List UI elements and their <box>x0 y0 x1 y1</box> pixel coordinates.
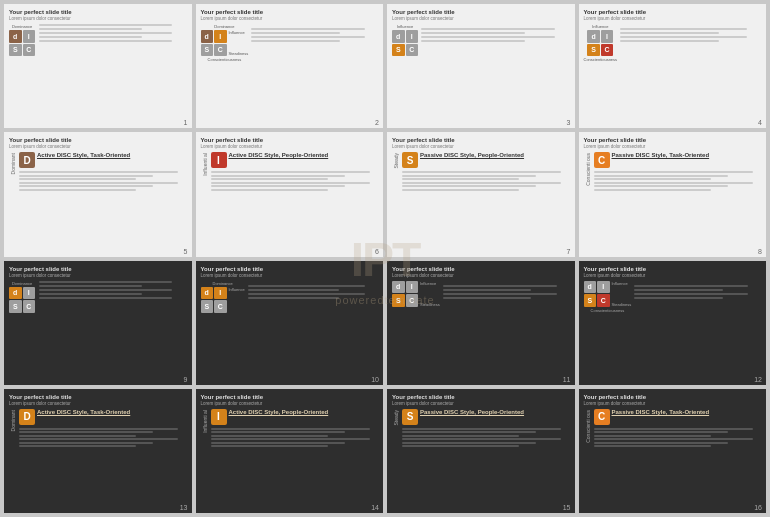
slide-subtitle-10: Lorem ipsum dolor consectetur <box>201 273 379 278</box>
slide-subtitle-4: Lorem ipsum dolor consectetur <box>584 16 762 21</box>
slide-subtitle-3: Lorem ipsum dolor consectetur <box>392 16 570 21</box>
slide-10[interactable]: 10Your perfect slide titleLorem ipsum do… <box>196 261 384 385</box>
slide-15[interactable]: 15Your perfect slide titleLorem ipsum do… <box>387 389 575 513</box>
heading-text-13: Active DISC Style, Task-Oriented <box>37 409 130 417</box>
slide-title-15: Your perfect slide title <box>392 394 570 400</box>
slide-title-13: Your perfect slide title <box>9 394 187 400</box>
disc-icon-5: D <box>19 152 35 168</box>
vertical-label-14: Influenti al <box>201 409 209 434</box>
slide-title-11: Your perfect slide title <box>392 266 570 272</box>
heading-text-6: Active DISC Style, People-Oriented <box>229 152 329 160</box>
slide-title-9: Your perfect slide title <box>9 266 187 272</box>
slide-subtitle-8: Lorem ipsum dolor consectetur <box>584 144 762 149</box>
slide-14[interactable]: 14Your perfect slide titleLorem ipsum do… <box>196 389 384 513</box>
vertical-label-8: Conscienti ous <box>584 152 592 187</box>
slide-number-11: 11 <box>563 376 571 383</box>
vertical-label-15: Steady <box>392 409 400 427</box>
slide-9[interactable]: 9Your perfect slide titleLorem ipsum dol… <box>4 261 192 385</box>
vertical-label-16: Conscienti ous <box>584 409 592 444</box>
slide-11[interactable]: 11Your perfect slide titleLorem ipsum do… <box>387 261 575 385</box>
disc-icon-14: I <box>211 409 227 425</box>
heading-text-7: Passive DISC Style, People-Oriented <box>420 152 524 160</box>
slide-subtitle-9: Lorem ipsum dolor consectetur <box>9 273 187 278</box>
vertical-label-6: Influenti al <box>201 152 209 177</box>
heading-text-8: Passive DISC Style, Task-Oriented <box>612 152 710 160</box>
slide-3[interactable]: 3Your perfect slide titleLorem ipsum dol… <box>387 4 575 128</box>
disc-icon-8: C <box>594 152 610 168</box>
disc-icon-16: C <box>594 409 610 425</box>
slide-number-16: 16 <box>754 504 762 511</box>
slide-title-3: Your perfect slide title <box>392 9 570 15</box>
slide-number-1: 1 <box>184 119 188 126</box>
slide-title-6: Your perfect slide title <box>201 137 379 143</box>
slide-subtitle-6: Lorem ipsum dolor consectetur <box>201 144 379 149</box>
vertical-label-7: Steady <box>392 152 400 170</box>
slide-title-12: Your perfect slide title <box>584 266 762 272</box>
slide-number-2: 2 <box>375 119 379 126</box>
slide-2[interactable]: 2Your perfect slide titleLorem ipsum dol… <box>196 4 384 128</box>
slide-number-3: 3 <box>567 119 571 126</box>
slide-number-15: 15 <box>563 504 571 511</box>
slide-title-10: Your perfect slide title <box>201 266 379 272</box>
slide-title-4: Your perfect slide title <box>584 9 762 15</box>
slide-subtitle-1: Lorem ipsum dolor consectetur <box>9 16 187 21</box>
heading-text-5: Active DISC Style, Task-Oriented <box>37 152 130 160</box>
slide-title-1: Your perfect slide title <box>9 9 187 15</box>
slide-1[interactable]: 1Your perfect slide titleLorem ipsum dol… <box>4 4 192 128</box>
slide-number-12: 12 <box>754 376 762 383</box>
vertical-label-13: Dominant <box>9 409 17 432</box>
disc-icon-6: I <box>211 152 227 168</box>
disc-icon-15: S <box>402 409 418 425</box>
slide-subtitle-5: Lorem ipsum dolor consectetur <box>9 144 187 149</box>
heading-text-14: Active DISC Style, People-Oriented <box>229 409 329 417</box>
slide-number-6: 6 <box>375 248 379 255</box>
slide-title-7: Your perfect slide title <box>392 137 570 143</box>
slide-subtitle-2: Lorem ipsum dolor consectetur <box>201 16 379 21</box>
slide-16[interactable]: 16Your perfect slide titleLorem ipsum do… <box>579 389 767 513</box>
slide-subtitle-15: Lorem ipsum dolor consectetur <box>392 401 570 406</box>
slide-13[interactable]: 13Your perfect slide titleLorem ipsum do… <box>4 389 192 513</box>
slide-subtitle-14: Lorem ipsum dolor consectetur <box>201 401 379 406</box>
slide-subtitle-13: Lorem ipsum dolor consectetur <box>9 401 187 406</box>
slide-4[interactable]: 4Your perfect slide titleLorem ipsum dol… <box>579 4 767 128</box>
vertical-label-5: Dominant <box>9 152 17 175</box>
slide-number-5: 5 <box>184 248 188 255</box>
slide-number-4: 4 <box>758 119 762 126</box>
slide-12[interactable]: 12Your perfect slide titleLorem ipsum do… <box>579 261 767 385</box>
slide-title-8: Your perfect slide title <box>584 137 762 143</box>
disc-icon-13: D <box>19 409 35 425</box>
slide-subtitle-7: Lorem ipsum dolor consectetur <box>392 144 570 149</box>
slide-subtitle-11: Lorem ipsum dolor consectetur <box>392 273 570 278</box>
slide-number-7: 7 <box>567 248 571 255</box>
slide-title-5: Your perfect slide title <box>9 137 187 143</box>
slide-number-8: 8 <box>758 248 762 255</box>
slide-number-13: 13 <box>180 504 188 511</box>
slide-7[interactable]: 7Your perfect slide titleLorem ipsum dol… <box>387 132 575 256</box>
slide-subtitle-16: Lorem ipsum dolor consectetur <box>584 401 762 406</box>
disc-icon-7: S <box>402 152 418 168</box>
slide-title-14: Your perfect slide title <box>201 394 379 400</box>
slide-subtitle-12: Lorem ipsum dolor consectetur <box>584 273 762 278</box>
slide-number-9: 9 <box>184 376 188 383</box>
slide-number-14: 14 <box>371 504 379 511</box>
heading-text-15: Passive DISC Style, People-Oriented <box>420 409 524 417</box>
slide-6[interactable]: 6Your perfect slide titleLorem ipsum dol… <box>196 132 384 256</box>
slide-5[interactable]: 5Your perfect slide titleLorem ipsum dol… <box>4 132 192 256</box>
slide-title-16: Your perfect slide title <box>584 394 762 400</box>
slide-8[interactable]: 8Your perfect slide titleLorem ipsum dol… <box>579 132 767 256</box>
heading-text-16: Passive DISC Style, Task-Oriented <box>612 409 710 417</box>
slide-title-2: Your perfect slide title <box>201 9 379 15</box>
slide-grid: 1Your perfect slide titleLorem ipsum dol… <box>0 0 770 517</box>
slide-number-10: 10 <box>371 376 379 383</box>
